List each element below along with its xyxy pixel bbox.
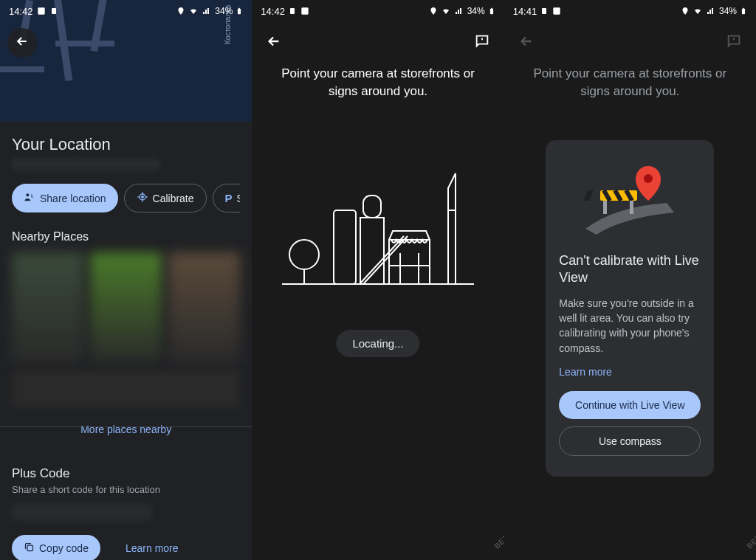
liveview-loading-panel: 14:42 34% Point your camera at storefron… [252, 0, 504, 560]
location-subtitle-blurred [12, 159, 159, 170]
continue-live-view-button[interactable]: Continue with Live View [559, 391, 701, 419]
sim-icon [288, 6, 297, 16]
image-icon [36, 6, 47, 16]
svg-point-4 [26, 193, 29, 196]
battery-percent: 34% [719, 6, 737, 16]
status-time: 14:42 [9, 6, 33, 17]
feedback-button[interactable] [722, 31, 746, 55]
location-icon [429, 7, 438, 15]
copy-code-button[interactable]: Copy code [12, 535, 100, 560]
chip-label: Save park [237, 193, 241, 204]
svg-point-13 [289, 240, 319, 269]
svg-rect-10 [490, 9, 493, 15]
signal-icon [454, 7, 464, 15]
sim-icon [49, 6, 58, 16]
battery-icon [488, 6, 495, 16]
battery-icon [236, 6, 243, 16]
svg-rect-8 [290, 8, 295, 14]
status-bar: 14:41 34% [504, 0, 756, 22]
plus-code-value-blurred [12, 504, 152, 520]
button-label: Copy code [39, 542, 89, 554]
status-time: 14:41 [513, 6, 537, 17]
error-dialog: Can't calibrate with Live View Make sure… [546, 140, 714, 477]
image-icon [300, 6, 310, 16]
battery-percent: 34% [215, 6, 233, 16]
image-icon [551, 6, 562, 16]
page-title: Your Location [12, 135, 240, 154]
svg-rect-25 [742, 9, 745, 15]
places-meta-blurred [12, 370, 240, 407]
feedback-icon [726, 33, 742, 52]
chip-label: Calibrate [153, 193, 194, 204]
signal-icon [706, 7, 716, 15]
dialog-title: Can't calibrate with Live View [559, 252, 701, 287]
location-icon [681, 7, 690, 15]
place-card[interactable] [90, 252, 162, 363]
barricade-illustration [578, 155, 681, 239]
svg-rect-3 [238, 8, 240, 9]
location-content: Your Location Share location Calibrate P… [0, 122, 252, 560]
back-button[interactable] [259, 28, 289, 58]
save-parking-chip[interactable]: P Save park [213, 184, 241, 212]
chip-label: Share location [40, 193, 106, 204]
plus-code-subtitle: Share a short code for this location [12, 484, 240, 495]
nearby-places-row[interactable] [12, 252, 240, 363]
location-panel: Костопалка 14:42 34% [0, 0, 252, 560]
nearby-title: Nearby Places [12, 230, 240, 243]
dialog-learn-more-link[interactable]: Learn more [559, 366, 701, 378]
calibrate-chip[interactable]: Calibrate [124, 184, 207, 212]
feedback-icon [474, 33, 490, 52]
person-share-icon [24, 191, 35, 205]
svg-point-31 [644, 174, 653, 183]
wifi-icon [441, 7, 451, 15]
parking-icon: P [225, 192, 233, 204]
dialog-body: Make sure you're outside in a well lit a… [559, 296, 701, 356]
place-card[interactable] [12, 252, 84, 363]
action-chips: Share location Calibrate P Save park [12, 184, 240, 212]
battery-icon [740, 6, 747, 16]
locating-indicator: Locating... [336, 330, 419, 357]
sim-icon [540, 6, 549, 16]
arrow-left-icon [266, 33, 282, 52]
status-bar: 14:42 34% [252, 0, 504, 22]
place-card[interactable] [168, 252, 241, 363]
copy-icon [24, 542, 35, 555]
share-location-chip[interactable]: Share location [12, 184, 118, 212]
arrow-left-icon [518, 33, 535, 52]
svg-rect-0 [38, 7, 44, 14]
feedback-button[interactable] [470, 31, 494, 55]
svg-rect-11 [491, 8, 492, 9]
svg-rect-29 [603, 201, 607, 214]
wifi-icon [693, 7, 703, 15]
svg-point-6 [141, 196, 143, 198]
wifi-icon [188, 7, 199, 15]
back-button[interactable] [7, 28, 37, 58]
svg-rect-24 [554, 7, 560, 14]
svg-rect-9 [301, 7, 308, 14]
beta-tag: BETA [493, 529, 504, 550]
cityscape-illustration [282, 166, 474, 299]
svg-rect-30 [630, 201, 633, 214]
svg-rect-23 [542, 8, 546, 14]
more-places-link[interactable]: More places nearby [12, 418, 240, 449]
svg-rect-16 [363, 196, 381, 218]
location-icon [176, 7, 185, 15]
calibrate-target-icon [137, 191, 148, 205]
use-compass-button[interactable]: Use compass [559, 426, 701, 456]
svg-rect-1 [52, 8, 56, 14]
svg-rect-15 [334, 210, 356, 284]
instruction-text: Point your camera at storefronts or sign… [522, 65, 738, 100]
svg-rect-2 [238, 9, 241, 15]
status-bar: 14:42 34% [0, 0, 252, 22]
status-time: 14:42 [261, 6, 285, 17]
svg-rect-7 [27, 545, 33, 551]
arrow-left-icon [15, 34, 30, 52]
back-button[interactable] [512, 28, 541, 58]
learn-more-link[interactable]: Learn more [126, 542, 179, 554]
divider [0, 426, 252, 427]
signal-icon [202, 7, 212, 15]
svg-rect-28 [584, 190, 594, 201]
plus-code-title: Plus Code [12, 466, 240, 481]
svg-rect-26 [743, 8, 744, 9]
instruction-text: Point your camera at storefronts or sign… [269, 65, 486, 100]
